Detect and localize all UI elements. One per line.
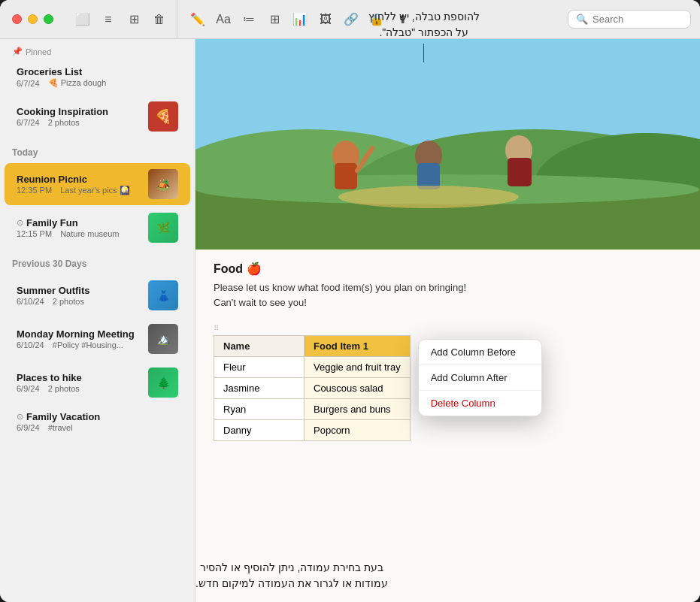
minimize-button[interactable] xyxy=(28,14,38,24)
note-thumbnail: 🌿 xyxy=(148,213,178,243)
svg-point-13 xyxy=(338,186,519,208)
note-title: Family Fun xyxy=(26,217,78,228)
note-meta: 6/9/24 #travel xyxy=(17,423,178,432)
search-bar[interactable]: 🔍 xyxy=(568,10,691,29)
note-text-content: Food 🍎 Please let us know what food item… xyxy=(195,250,700,453)
list-view-button[interactable]: ≡ xyxy=(97,8,120,31)
note-info: Summer Outfits 6/10/24 2 photos xyxy=(17,285,141,306)
note-title: Groceries List xyxy=(17,66,178,77)
note-title: Places to hike xyxy=(17,372,141,383)
note-detail: Food 🍎 Please let us know what food item… xyxy=(195,39,700,602)
link-button[interactable]: 🔗 xyxy=(340,8,362,31)
note-info: ⊙ Family Fun 12:15 PM Nature museum xyxy=(17,217,141,238)
body-line2: Can't wait to see you! xyxy=(214,295,682,310)
close-button[interactable] xyxy=(12,14,22,24)
previous-section-label: Previous 30 Days xyxy=(0,250,195,274)
body-line1: Please let us know what food item(s) you… xyxy=(214,280,682,295)
table-handle-row: ⠿ xyxy=(214,324,411,332)
tooltip-top-text: להוספת טבלה, יש ללחוץ על הכפתור "טבלה". xyxy=(368,9,480,41)
note-meta: 6/10/24 #Policy #Housing... xyxy=(17,340,141,349)
table-row: Jasmine Couscous salad xyxy=(214,378,411,399)
add-column-after-item[interactable]: Add Column After xyxy=(419,365,541,391)
search-icon: 🔍 xyxy=(576,14,588,25)
note-body: Please let us know what food item(s) you… xyxy=(214,280,682,310)
note-title-text: Food 🍎 xyxy=(214,262,262,276)
search-input[interactable] xyxy=(592,14,683,25)
sidebar-item-reunion-picnic[interactable]: Reunion Picnic 12:35 PM Last year's pics… xyxy=(5,163,190,205)
sidebar: 📌 Pinned Groceries List 6/7/24 🍕 Pizza d… xyxy=(0,39,195,602)
note-thumbnail: 👗 xyxy=(148,280,178,310)
note-info: Reunion Picnic 12:35 PM Last year's pics… xyxy=(17,174,141,195)
tooltip-line xyxy=(423,44,424,62)
food-table: Name Food Item 1 Fleur Veggie and fruit … xyxy=(214,335,411,441)
delete-button[interactable]: 🗑 xyxy=(148,8,171,31)
note-thumbnail: 🌲 xyxy=(148,368,178,398)
note-thumbnail: 🏕️ xyxy=(148,169,178,199)
add-column-before-item[interactable]: Add Column Before xyxy=(419,340,541,365)
content-area: 📌 Pinned Groceries List 6/7/24 🍕 Pizza d… xyxy=(0,39,700,602)
note-meta: 6/9/24 2 photos xyxy=(17,384,141,393)
left-toolbar: ⬜ ≡ ⊞ 🗑 xyxy=(65,0,177,38)
compose-button[interactable]: ✏️ xyxy=(186,8,209,31)
sidebar-toggle-button[interactable]: ⬜ xyxy=(71,8,94,31)
maximize-button[interactable] xyxy=(44,14,53,24)
note-title: Monday Morning Meeting xyxy=(17,328,141,340)
table-row: Danny Popcorn xyxy=(214,420,411,441)
note-title: Reunion Picnic xyxy=(17,174,141,185)
cell-name: Danny xyxy=(214,420,305,441)
col-food-header: Food Item 1 xyxy=(305,336,411,357)
cell-food: Popcorn xyxy=(305,420,411,441)
note-meta: 6/7/24 2 photos xyxy=(17,118,141,127)
format-button[interactable]: Aa xyxy=(212,8,235,31)
pinned-label: Pinned xyxy=(26,47,51,56)
note-info: Places to hike 6/9/24 2 photos xyxy=(17,372,141,393)
media-button[interactable]: 🖼 xyxy=(314,8,337,31)
list-style-button[interactable]: ≔ xyxy=(238,8,260,31)
note-heading: Food 🍎 xyxy=(214,262,682,276)
note-meta: 6/7/24 🍕 Pizza dough xyxy=(17,78,178,88)
cell-food: Couscous salad xyxy=(305,378,411,399)
col-name-header: Name xyxy=(214,336,305,357)
titlebar: ⬜ ≡ ⊞ 🗑 ✏️ Aa ≔ ⊞ 📊 🖼 🔗 🔒 ⬆ 🔍 xyxy=(0,0,700,39)
bottom-tooltip: בעת בחירת עמודה, ניתן להוסיף או להסיר עמ… xyxy=(195,560,388,591)
note-info: Cooking Inspiration 6/7/24 2 photos xyxy=(17,106,141,127)
grid-view-button[interactable]: ⊞ xyxy=(123,8,145,31)
sidebar-item-cooking-inspiration[interactable]: Cooking Inspiration 6/7/24 2 photos 🍕 xyxy=(5,95,190,138)
top-tooltip: להוספת טבלה, יש ללחוץ על הכפתור "טבלה". xyxy=(368,9,480,62)
svg-rect-7 xyxy=(335,163,357,189)
table-row: Fleur Veggie and fruit tray xyxy=(214,357,411,378)
sidebar-item-groceries-list[interactable]: Groceries List 6/7/24 🍕 Pizza dough xyxy=(5,60,190,94)
sidebar-item-family-vacation[interactable]: ⊙ Family Vacation 6/9/24 #travel xyxy=(5,405,190,438)
svg-rect-12 xyxy=(508,158,532,186)
note-title: Family Vacation xyxy=(26,411,100,422)
column-context-menu: Add Column Before Add Column After Delet… xyxy=(418,339,542,416)
cell-name: Fleur xyxy=(214,357,305,378)
note-info: Groceries List 6/7/24 🍕 Pizza dough xyxy=(17,66,178,88)
note-info: Monday Morning Meeting 6/10/24 #Policy #… xyxy=(17,328,141,349)
cell-food: Burgers and buns xyxy=(305,399,411,420)
note-info: ⊙ Family Vacation 6/9/24 #travel xyxy=(17,411,178,432)
today-section-label: Today xyxy=(0,138,195,162)
sidebar-item-summer-outfits[interactable]: Summer Outfits 6/10/24 2 photos 👗 xyxy=(5,274,190,316)
audio-button[interactable]: 📊 xyxy=(289,8,311,31)
cell-name: Jasmine xyxy=(214,378,305,399)
note-content: Food 🍎 Please let us know what food item… xyxy=(195,39,700,602)
note-title: Summer Outfits xyxy=(17,285,141,296)
sidebar-item-places-to-hike[interactable]: Places to hike 6/9/24 2 photos 🌲 xyxy=(5,362,190,404)
sidebar-item-family-fun[interactable]: ⊙ Family Fun 12:15 PM Nature museum 🌿 xyxy=(5,207,190,249)
note-thumbnail: 🏔️ xyxy=(148,324,178,354)
cell-name: Ryan xyxy=(214,399,305,420)
sidebar-item-monday-meeting[interactable]: Monday Morning Meeting 6/10/24 #Policy #… xyxy=(5,318,190,360)
table-button[interactable]: ⊞ xyxy=(263,8,286,31)
svg-rect-10 xyxy=(417,163,440,189)
pinned-section-icon: 📌 Pinned xyxy=(0,39,195,59)
note-meta: 6/10/24 2 photos xyxy=(17,297,141,306)
cell-food: Veggie and fruit tray xyxy=(305,357,411,378)
hero-image xyxy=(195,39,700,250)
note-meta: 12:15 PM Nature museum xyxy=(17,229,141,238)
note-meta: 12:35 PM Last year's pics 🎑 xyxy=(17,186,141,195)
hero-svg xyxy=(195,39,700,250)
delete-column-item[interactable]: Delete Column xyxy=(419,391,541,416)
note-thumbnail: 🍕 xyxy=(148,101,178,132)
tooltip-bottom-text: בעת בחירת עמודה, ניתן להוסיף או להסיר עמ… xyxy=(195,560,388,591)
